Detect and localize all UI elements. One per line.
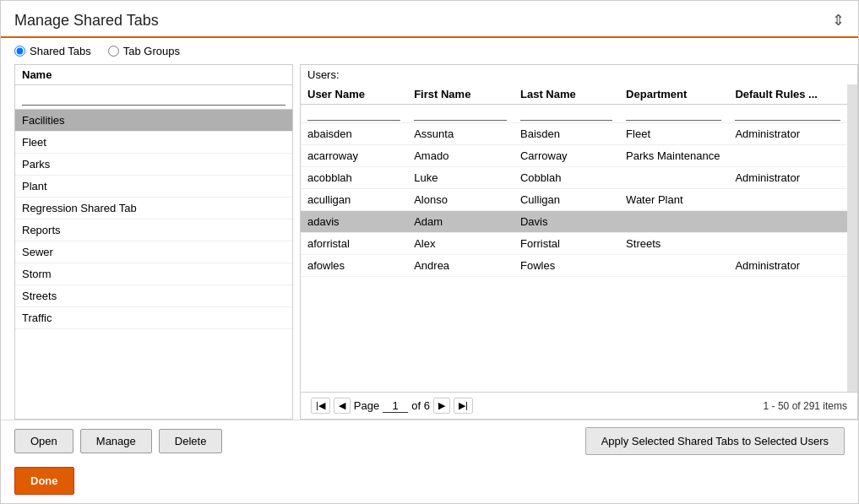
- list-item[interactable]: Plant: [15, 176, 292, 198]
- username-cell: afowles: [301, 255, 407, 277]
- tab-groups-radio-label[interactable]: Tab Groups: [108, 45, 180, 57]
- list-item[interactable]: Storm: [15, 263, 292, 285]
- department-cell: Water Plant: [619, 189, 728, 211]
- left-panel: Name FacilitiesFleetParksPlantRegression…: [14, 64, 293, 420]
- pagination-row: |◀ ◀ Page of 6 ▶ ▶| 1 - 50 of 291 items: [301, 392, 857, 419]
- table-row[interactable]: adavisAdamDavis: [301, 211, 847, 233]
- list-item[interactable]: Sewer: [15, 241, 292, 263]
- department-cell: [619, 255, 728, 277]
- bottom-right: Apply Selected Shared Tabs to Selected U…: [585, 427, 845, 455]
- defaultrules-cell: [728, 145, 847, 167]
- table-row[interactable]: aforristalAlexForristalStreets: [301, 233, 847, 255]
- department-cell: [619, 167, 728, 189]
- firstname-cell: Luke: [407, 167, 514, 189]
- next-page-button[interactable]: ▶: [433, 398, 450, 414]
- firstname-cell: Assunta: [407, 123, 514, 145]
- username-cell: abaisden: [301, 123, 407, 145]
- main-content: Name FacilitiesFleetParksPlantRegression…: [1, 64, 858, 420]
- list-item[interactable]: Regression Shared Tab: [15, 198, 292, 219]
- shared-tabs-radio[interactable]: [14, 46, 25, 57]
- department-cell: Parks Maintenance: [619, 145, 728, 167]
- column-header: First Name: [407, 84, 514, 105]
- username-cell: acarroway: [301, 145, 407, 167]
- table-scroll-wrapper: User NameFirst NameLast NameDepartmentDe…: [301, 84, 857, 392]
- open-button[interactable]: Open: [14, 429, 73, 453]
- defaultrules-cell: Administrator: [728, 255, 847, 277]
- lastname-cell: Baisden: [514, 123, 619, 145]
- page-number-input[interactable]: [383, 399, 408, 413]
- dialog-title: Manage Shared Tabs: [14, 12, 159, 30]
- department-cell: Streets: [619, 233, 728, 255]
- department-cell: Fleet: [619, 123, 728, 145]
- users-table: User NameFirst NameLast NameDepartmentDe…: [301, 84, 847, 277]
- lastname-cell: Carroway: [514, 145, 619, 167]
- left-panel-header: Name: [15, 65, 292, 85]
- lastname-cell: Forristal: [514, 233, 619, 255]
- bottom-bar: Open Manage Delete Apply Selected Shared…: [1, 420, 858, 462]
- list-item[interactable]: Facilities: [15, 110, 292, 132]
- left-panel-list: FacilitiesFleetParksPlantRegression Shar…: [15, 110, 292, 329]
- table-header-row: User NameFirst NameLast NameDepartmentDe…: [301, 84, 847, 105]
- left-panel-list-container: FacilitiesFleetParksPlantRegression Shar…: [15, 110, 292, 419]
- list-item[interactable]: Traffic: [15, 307, 292, 329]
- prev-page-button[interactable]: ◀: [334, 398, 351, 414]
- username-search[interactable]: [307, 106, 400, 121]
- firstname-cell: Andrea: [407, 255, 514, 277]
- manage-shared-tabs-dialog: Manage Shared Tabs ⇕ Shared Tabs Tab Gro…: [0, 0, 859, 504]
- list-item[interactable]: Parks: [15, 154, 292, 176]
- department-cell: [619, 211, 728, 233]
- table-row[interactable]: abaisdenAssuntaBaisdenFleetAdministrator: [301, 123, 847, 145]
- left-panel-search: [15, 85, 292, 110]
- defaultrules-cell: [728, 233, 847, 255]
- defaultrules-cell: [728, 211, 847, 233]
- firstname-cell: Amado: [407, 145, 514, 167]
- pagination-info: 1 - 50 of 291 items: [764, 400, 847, 412]
- lastname-cell: Cobblah: [514, 167, 619, 189]
- of-label: of 6: [411, 399, 430, 412]
- table-search-row: [301, 105, 847, 123]
- pagination-controls: |◀ ◀ Page of 6 ▶ ▶|: [311, 398, 473, 414]
- delete-button[interactable]: Delete: [159, 429, 223, 453]
- dialog-body: Shared Tabs Tab Groups Name FacilitiesFl…: [1, 38, 858, 420]
- bottom-left-buttons: Open Manage Delete: [14, 429, 222, 453]
- lastname-cell: Fowles: [514, 255, 619, 277]
- column-header: Default Rules ...: [728, 84, 847, 105]
- done-button[interactable]: Done: [14, 467, 74, 495]
- tab-groups-radio[interactable]: [108, 46, 119, 57]
- left-panel-search-input[interactable]: [22, 89, 285, 106]
- username-cell: adavis: [301, 211, 407, 233]
- table-row[interactable]: acobblahLukeCobblahAdministrator: [301, 167, 847, 189]
- manage-button[interactable]: Manage: [80, 429, 152, 453]
- department-search[interactable]: [626, 106, 721, 121]
- column-header: Department: [619, 84, 728, 105]
- table-row[interactable]: aculliganAlonsoCulliganWater Plant: [301, 189, 847, 211]
- list-item[interactable]: Reports: [15, 219, 292, 241]
- page-label: Page: [354, 399, 379, 412]
- first-page-button[interactable]: |◀: [311, 398, 330, 414]
- dialog-header: Manage Shared Tabs ⇕: [1, 1, 858, 38]
- column-header: Last Name: [514, 84, 619, 105]
- right-panel: Users: User NameFirst NameLast NameDepar…: [300, 64, 858, 420]
- lastname-cell: Davis: [514, 211, 619, 233]
- defaultrules-cell: Administrator: [728, 123, 847, 145]
- table-row[interactable]: acarrowayAmadoCarrowayParks Maintenance: [301, 145, 847, 167]
- resize-icon[interactable]: ⇕: [832, 11, 845, 30]
- users-label: Users:: [301, 65, 857, 84]
- table-body: abaisdenAssuntaBaisdenFleetAdministrator…: [301, 105, 847, 277]
- table-row[interactable]: afowlesAndreaFowlesAdministrator: [301, 255, 847, 277]
- lastname-search[interactable]: [520, 106, 612, 121]
- defaultrules-search[interactable]: [735, 106, 840, 121]
- column-header: User Name: [301, 84, 407, 105]
- defaultrules-cell: Administrator: [728, 167, 847, 189]
- list-item[interactable]: Fleet: [15, 132, 292, 154]
- username-cell: aculligan: [301, 189, 407, 211]
- shared-tabs-radio-label[interactable]: Shared Tabs: [14, 45, 91, 57]
- apply-button[interactable]: Apply Selected Shared Tabs to Selected U…: [585, 427, 845, 455]
- table-inner[interactable]: User NameFirst NameLast NameDepartmentDe…: [301, 84, 857, 277]
- last-page-button[interactable]: ▶|: [454, 398, 473, 414]
- list-item[interactable]: Streets: [15, 285, 292, 307]
- firstname-search[interactable]: [414, 106, 507, 121]
- shared-tabs-label: Shared Tabs: [30, 45, 91, 57]
- username-cell: aforristal: [301, 233, 407, 255]
- right-panel-scrollbar[interactable]: [847, 84, 857, 392]
